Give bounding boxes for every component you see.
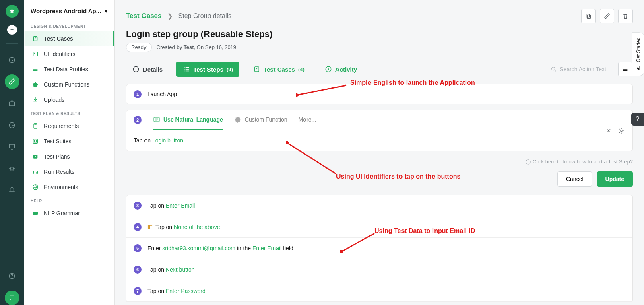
sidebar-item[interactable]: NLP Grammar (24, 206, 114, 221)
step-text: Tap on Next button (147, 266, 195, 273)
step-row[interactable]: 3Tap on Enter Email (126, 195, 632, 216)
sidebar-item[interactable]: Custom Functions (24, 77, 114, 92)
step-number: 2 (134, 116, 142, 124)
app-logo (6, 5, 19, 18)
svg-point-21 (621, 130, 622, 132)
step-number: 4 (134, 223, 142, 231)
step-row[interactable]: 6Tap on Next button (126, 259, 632, 280)
svg-point-7 (34, 53, 35, 53)
sidebar-item-label: Uploads (44, 97, 64, 103)
briefcase-icon[interactable] (5, 96, 19, 111)
sidebar-item[interactable]: Run Results (24, 164, 114, 179)
tab-test-steps[interactable]: Test Steps(9) (176, 62, 239, 77)
edit-button[interactable] (600, 9, 614, 23)
bell-icon[interactable] (5, 183, 19, 198)
sidebar-item-label: Test Cases (44, 35, 73, 42)
sidebar-item[interactable]: Uploads (24, 92, 114, 107)
svg-rect-1 (9, 102, 15, 106)
breadcrumb-current: Step Group details (178, 12, 232, 20)
section-design: DESIGN & DEVELOPMENT (24, 20, 114, 31)
add-button[interactable]: + (7, 25, 17, 35)
step-editor: 2 Use Natural Language Custom Function M… (126, 110, 633, 151)
tab-details[interactable]: Details (126, 62, 169, 77)
sidebar-item-icon (32, 66, 39, 73)
svg-rect-6 (33, 52, 38, 56)
step-input[interactable]: Tap on Login button (134, 136, 625, 145)
more-menu-button[interactable] (618, 62, 633, 76)
step-number: 6 (134, 266, 142, 274)
chevron-down-icon: ▾ (105, 7, 108, 14)
close-icon[interactable] (604, 126, 613, 135)
sidebar-item-icon (32, 96, 39, 103)
step-number: 3 (134, 202, 142, 210)
section-plan: TEST PLAN & RESULTS (24, 107, 114, 118)
help-float-button[interactable]: ? (631, 113, 644, 126)
reports-icon[interactable] (5, 118, 19, 132)
sidebar-item-label: NLP Grammar (44, 210, 80, 216)
chevron-right-icon: ❯ (167, 12, 173, 20)
step-row[interactable]: 1 Launch App (126, 84, 633, 104)
page-title: Login step group (Reusable Steps) (126, 29, 633, 39)
step-row[interactable]: 5Enter sridhar93.kommi@gmail.com in the … (126, 238, 632, 259)
sidebar-item-label: Run Results (44, 169, 74, 175)
help-hint[interactable]: ⓘClick here to know how to add a Test St… (115, 159, 644, 166)
design-icon[interactable] (5, 74, 19, 89)
sidebar-item-icon (32, 210, 39, 217)
step-text: IF Tap on None of the above (147, 224, 220, 230)
sidebar-item-label: Requirements (44, 123, 79, 129)
sidebar-item[interactable]: Test Plans (24, 149, 114, 164)
sidebar-item[interactable]: Test Cases (24, 31, 114, 46)
tab-activity[interactable]: Activity (318, 62, 363, 77)
step-number: 5 (134, 244, 142, 252)
step-tab-nl[interactable]: Use Natural Language (153, 110, 223, 130)
svg-rect-9 (33, 139, 38, 144)
step-row[interactable]: 7Tap on Enter Password (126, 280, 632, 302)
step-tab-more[interactable]: More... (299, 111, 316, 129)
step-text: Launch App (147, 91, 177, 97)
bug-icon[interactable] (5, 161, 19, 176)
step-row[interactable]: 4IF Tap on None of the above (126, 216, 632, 238)
svg-rect-5 (33, 37, 37, 41)
delete-button[interactable] (618, 9, 633, 23)
cancel-button[interactable]: Cancel (557, 171, 592, 187)
help-icon[interactable] (5, 269, 19, 283)
sidebar-item-icon (32, 35, 39, 42)
step-number: 7 (134, 287, 142, 295)
sidebar-item-label: Environments (44, 184, 78, 190)
tab-test-cases[interactable]: Test Cases(4) (247, 62, 311, 77)
svg-rect-10 (34, 140, 36, 142)
svg-rect-20 (154, 117, 159, 122)
sidebar-item[interactable]: UI Identifiers (24, 46, 114, 62)
sidebar-item-icon (32, 183, 39, 191)
dashboard-icon[interactable] (5, 53, 19, 67)
sidebar-item[interactable]: Test Data Profiles (24, 62, 114, 77)
step-tab-cf[interactable]: Custom Function (234, 110, 287, 130)
sidebar-item[interactable]: Test Suites (24, 134, 114, 149)
sidebar-item-icon (32, 138, 39, 145)
sidebar-item-label: Test Suites (44, 138, 71, 144)
chat-icon[interactable] (5, 291, 19, 305)
created-meta: Created by Test, On Sep 16, 2019 (157, 44, 237, 50)
svg-rect-15 (586, 14, 590, 17)
nav-rail: + (0, 0, 24, 305)
sidebar-item[interactable]: Environments (24, 179, 114, 195)
copy-button[interactable] (581, 9, 596, 23)
step-list: 3Tap on Enter Email4IF Tap on None of th… (126, 195, 633, 302)
get-started-tab[interactable]: ⚑Get Started (632, 32, 644, 76)
step-number: 1 (134, 90, 142, 98)
section-help: HELP (24, 195, 114, 206)
sidebar-item-label: Test Data Profiles (44, 66, 88, 72)
update-button[interactable]: Update (597, 171, 633, 187)
sidebar-item-icon (32, 50, 39, 58)
monitor-icon[interactable] (5, 140, 19, 154)
project-selector[interactable]: Wordpress Android Ap... ▾ (24, 7, 114, 20)
sidebar-item-icon (32, 153, 39, 160)
breadcrumb-root[interactable]: Test Cases (126, 12, 162, 20)
search-input[interactable]: Search Action Text (551, 66, 606, 72)
gear-icon[interactable] (617, 126, 626, 135)
tabs: Details Test Steps(9) Test Cases(4) Acti… (115, 52, 644, 77)
status-badge: Ready (126, 43, 152, 52)
sidebar-item[interactable]: Requirements (24, 118, 114, 134)
sidebar-item-label: Custom Functions (44, 81, 89, 88)
svg-rect-13 (33, 212, 38, 215)
